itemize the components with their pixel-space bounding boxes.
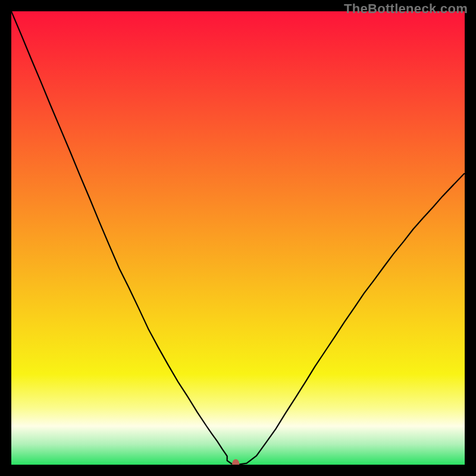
- watermark-text: TheBottleneck.com: [344, 1, 468, 17]
- plot-area: [11, 11, 465, 465]
- plot-svg: [11, 11, 465, 465]
- chart-frame: TheBottleneck.com: [0, 0, 476, 476]
- gradient-background: [11, 11, 465, 465]
